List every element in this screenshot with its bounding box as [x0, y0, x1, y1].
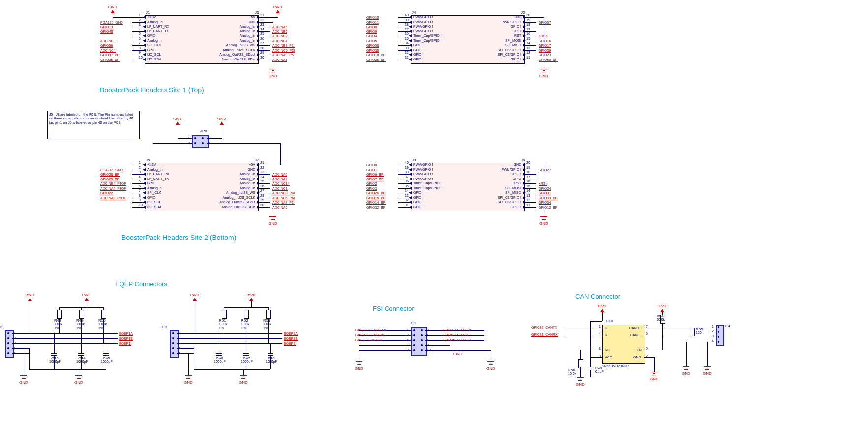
w-jp8-5v0-h [207, 138, 222, 139]
w-r56-v [580, 350, 581, 359]
pwr-arr-can-r [660, 309, 664, 312]
w-j2-gnd-v [544, 17, 544, 69]
pwr-can-3v3-r: +3V3 [657, 304, 666, 308]
w-r54-v2 [662, 312, 663, 315]
r55 [690, 328, 695, 336]
gnd-j7 [268, 216, 278, 220]
j11-ref: J11 [410, 321, 416, 325]
w-can-3v3-l-h1 [590, 321, 602, 322]
j4-ref: J4 [412, 10, 416, 15]
u10-canl: CANL [630, 333, 640, 337]
gnd-canl [681, 366, 691, 370]
w-jp8-3-h [178, 143, 192, 144]
c49 [587, 367, 593, 369]
j7-ref: J7 [255, 158, 259, 162]
gnd-j3-lab: GND [268, 74, 278, 78]
gnd-j3 [268, 69, 278, 72]
w-3v3-j1-v [113, 13, 113, 17]
pwr-arr-5v0-jp8 [220, 121, 224, 125]
w-can-rs [580, 350, 602, 350]
can-tx: GPIO32_CANTX [531, 326, 557, 329]
j2-ref: J2 [521, 10, 525, 15]
pwr-3v3-j1: +3V3 [107, 5, 117, 9]
j5-ref: J5 [146, 158, 150, 162]
jp8-d1 [194, 137, 196, 139]
pwr-arr-can-l [600, 309, 604, 312]
w-fsi-gnd-r-v [491, 354, 491, 361]
w-en [644, 350, 662, 350]
w-canl-gnd-v [686, 342, 687, 366]
pwr-3v3-jp8: +3V3 [172, 117, 181, 121]
w-canl [644, 335, 708, 335]
j14-d4 [718, 341, 719, 343]
fsi-gnd-r-lab: GND [486, 366, 496, 371]
gnd-j2-lab: GND [539, 74, 549, 78]
title-site1: BoosterPack Headers Site 1 (Top) [100, 86, 204, 94]
w-c49-v [590, 357, 591, 367]
jp8-d3 [194, 142, 196, 144]
gnd-j6 [539, 216, 549, 220]
j1-ref: J1 [146, 10, 150, 15]
w-j7-gnd-h [258, 170, 273, 170]
j6-ref: J6 [521, 158, 525, 162]
r54-val: 10.0k [657, 318, 665, 321]
pwr-can-3v3-l: +3V3 [597, 304, 606, 308]
fsi-gnd-l-lab: GND [354, 366, 364, 371]
title-site2: BoosterPack Headers Site 2 (Bottom) [121, 234, 236, 241]
w-r56-v2 [580, 367, 581, 377]
gnd-j14-lab: GND [702, 371, 712, 376]
note-box: J5 - J8 are labeled on the PCB. The Pin … [47, 111, 140, 139]
u10-rs: RS [605, 348, 610, 352]
gnd-j7-lab: GND [268, 221, 278, 226]
j14-3: 3 [712, 334, 714, 338]
u10-ref: U10 [606, 319, 613, 323]
w-j3-gnd-v [273, 22, 273, 69]
w-j6-gnd-v [544, 165, 544, 216]
title-fsi: FSI Connector [373, 305, 414, 312]
w-jp8-4-h [207, 143, 222, 144]
gnd-r56 [575, 377, 585, 381]
w-fsi-gnd-l-v [359, 354, 359, 361]
j14-d3 [718, 336, 719, 338]
fsi-gnd-l [354, 361, 364, 365]
r56-val: 10.0k [568, 372, 576, 375]
w-u10-gnd-v [654, 357, 655, 372]
j14-conn [716, 325, 724, 346]
w-can-vcc-link [590, 321, 591, 357]
r55-val: 120 [696, 331, 702, 334]
jp8-ref: JP8 [200, 129, 207, 133]
w-can-rx [566, 335, 602, 335]
pwr-5v0-j3: +5V0 [272, 5, 282, 9]
j14-2: 2 [712, 329, 714, 333]
w-j2-gnd-h [524, 17, 544, 18]
gnd-u10 [649, 372, 659, 375]
title-can: CAN Connector [575, 293, 620, 300]
u10-r: R [605, 333, 607, 337]
gnd-j6-lab: GND [539, 221, 549, 226]
j3-ref: J3 [255, 10, 259, 15]
j14-1: 1 [712, 325, 714, 328]
u10-en: EN [637, 348, 642, 352]
w-jp8-to-j5-h [153, 143, 178, 144]
gnd-canl-lab: GND [681, 371, 691, 376]
w-j14-gnd-h [707, 342, 716, 342]
pwr-arr-3v3-jp8 [176, 121, 180, 125]
can-rx: GPIO33_CANRX [531, 333, 558, 337]
c49-val: 0.1uF [595, 370, 604, 373]
j14-d2 [718, 331, 719, 333]
w-jp8-to-j5-v [153, 143, 153, 165]
r56 [578, 359, 583, 368]
w-jp8-3v3-h [178, 138, 192, 139]
w-jp8-to-j7-h [222, 143, 280, 144]
w-u10-gnd [644, 357, 654, 358]
u10-gnd: GND [633, 356, 641, 359]
fsi-gnd-r [486, 361, 496, 365]
w-jp8-5v0-v [222, 125, 222, 138]
w-5v0-j3-v [278, 13, 278, 17]
w-jp8-to-j7-v [280, 143, 281, 165]
w-can-tx [566, 328, 602, 328]
u10-vcc: VCC [605, 356, 612, 359]
gnd-j14 [702, 366, 712, 370]
pwr-fsi-3v3: +3V3 [452, 352, 462, 356]
w-can-vcc [590, 357, 602, 358]
